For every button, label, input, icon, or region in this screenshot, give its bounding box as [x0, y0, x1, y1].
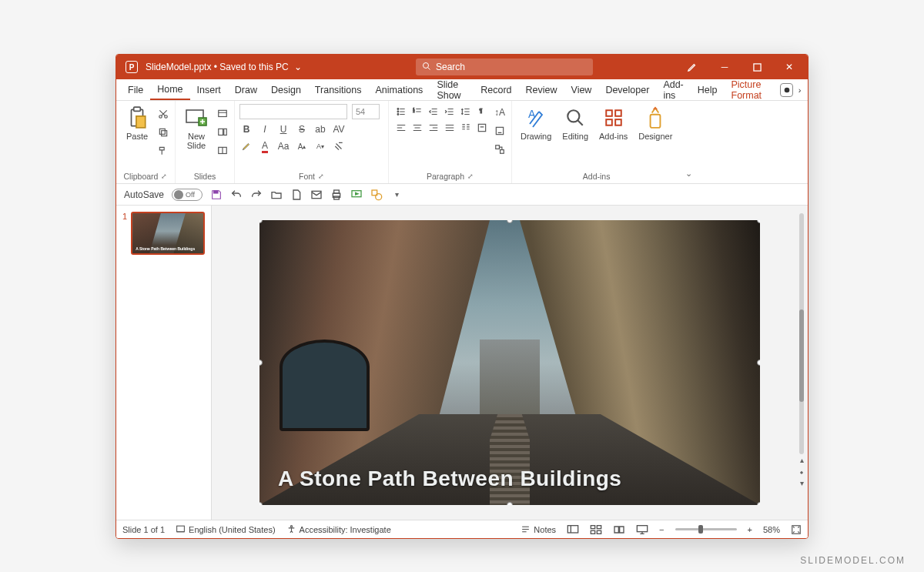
notes-button[interactable]: Notes [521, 524, 556, 534]
dialog-launcher-icon[interactable]: ⤢ [161, 172, 167, 180]
zoom-slider[interactable] [675, 528, 737, 530]
reset-icon[interactable] [216, 125, 229, 139]
accessibility-button[interactable]: Accessibility: Investigate [286, 524, 391, 534]
redo-icon[interactable] [250, 189, 263, 201]
tab-animations[interactable]: Animations [369, 79, 430, 100]
grow-font-icon[interactable]: A▴ [295, 139, 309, 153]
line-spacing-icon[interactable] [458, 104, 474, 119]
tab-transitions[interactable]: Transitions [308, 79, 369, 100]
undo-icon[interactable] [230, 189, 243, 201]
font-family-selector[interactable] [239, 104, 347, 119]
search-box[interactable]: Search [416, 59, 593, 75]
format-painter-icon[interactable] [156, 144, 170, 158]
close-button[interactable]: ✕ [774, 55, 805, 79]
qat-customize-icon[interactable]: ▾ [390, 189, 403, 201]
camera-toggle-icon[interactable] [780, 83, 793, 97]
smartart-icon[interactable] [493, 142, 507, 156]
cut-icon[interactable] [156, 107, 170, 121]
tab-slideshow[interactable]: Slide Show [430, 79, 474, 100]
fit-to-window-icon[interactable] [791, 524, 802, 535]
italic-button[interactable]: I [258, 122, 272, 136]
slide-sorter-icon[interactable] [590, 524, 602, 535]
tab-home[interactable]: Home [150, 79, 189, 100]
bold-button[interactable]: B [239, 122, 253, 136]
addins-button[interactable]: Add-ins [595, 104, 631, 143]
email-icon[interactable] [310, 189, 323, 201]
tab-record[interactable]: Record [474, 79, 518, 100]
autosave-toggle[interactable]: Off [172, 189, 203, 201]
new-slide-button[interactable]: New Slide [180, 104, 213, 152]
bullets-icon[interactable] [393, 104, 409, 119]
ribbon-overflow-button[interactable]: › [796, 79, 803, 100]
align-vertical-icon[interactable] [493, 124, 507, 138]
text-direction-icon[interactable]: ¶ [474, 104, 490, 119]
zoom-out-button[interactable]: − [659, 525, 664, 534]
align-text-icon[interactable] [474, 120, 490, 135]
open-icon[interactable] [270, 189, 283, 201]
font-size-selector[interactable]: 54 [352, 104, 380, 119]
shrink-font-icon[interactable]: A▾ [313, 139, 327, 153]
highlight-icon[interactable] [239, 139, 253, 153]
next-slide-icon[interactable]: ▾ [798, 477, 805, 489]
maximize-button[interactable] [742, 55, 772, 79]
character-spacing-icon[interactable]: AV [332, 122, 346, 136]
tab-design[interactable]: Design [264, 79, 308, 100]
pen-icon[interactable] [677, 55, 708, 79]
new-file-icon[interactable] [290, 189, 303, 201]
tab-file[interactable]: File [121, 79, 150, 100]
tab-addins[interactable]: Add-ins [656, 79, 690, 100]
reading-view-icon[interactable] [613, 524, 625, 535]
dialog-launcher-icon[interactable]: ⤢ [467, 172, 474, 180]
layout-icon[interactable] [216, 107, 229, 121]
change-case-icon[interactable]: Aa [276, 139, 290, 153]
decrease-indent-icon[interactable] [426, 104, 441, 119]
collapse-ribbon-icon[interactable]: ⌄ [681, 101, 697, 183]
text-direction-vertical-icon[interactable]: ↕A [493, 105, 507, 119]
columns-icon[interactable] [458, 120, 474, 135]
zoom-level[interactable]: 58% [763, 525, 780, 534]
present-icon[interactable] [350, 189, 363, 201]
slide-counter[interactable]: Slide 1 of 1 [122, 525, 165, 534]
vertical-scrollbar[interactable]: ▴ ⬥ ▾ [797, 213, 806, 489]
dialog-launcher-icon[interactable]: ⤢ [318, 172, 324, 180]
scrollbar-thumb[interactable] [799, 309, 804, 402]
font-color-icon[interactable]: A [258, 139, 272, 153]
resize-handle-rc[interactable] [757, 360, 760, 366]
section-icon[interactable] [216, 144, 229, 158]
thumbnail-preview[interactable]: A Stone Path Between Buildings [131, 212, 205, 255]
increase-indent-icon[interactable] [442, 104, 457, 119]
scroll-up-icon[interactable]: ▴ [798, 454, 805, 466]
zoom-in-button[interactable]: + [748, 525, 752, 534]
chevron-down-icon[interactable]: ⌄ [294, 62, 302, 72]
clear-format-icon[interactable] [332, 139, 346, 153]
shapes-icon[interactable] [370, 189, 383, 201]
print-icon[interactable] [330, 189, 343, 201]
designer-button[interactable]: Designer [634, 104, 676, 143]
tab-review[interactable]: Review [519, 79, 564, 100]
selected-picture[interactable]: A Stone Path Between Buildings [259, 220, 760, 505]
drawing-button[interactable]: A Drawing [517, 104, 555, 143]
tab-help[interactable]: Help [691, 79, 725, 100]
strike-button[interactable]: S [295, 122, 309, 136]
align-right-icon[interactable] [426, 120, 441, 135]
tab-developer[interactable]: Developer [598, 79, 656, 100]
copy-icon[interactable] [156, 125, 170, 139]
tab-draw[interactable]: Draw [228, 79, 264, 100]
resize-handle-bc[interactable] [507, 502, 513, 505]
save-icon[interactable] [210, 189, 223, 201]
shadow-button[interactable]: ab [313, 122, 327, 136]
numbering-icon[interactable]: 12 [410, 104, 425, 119]
slide-canvas[interactable]: A Stone Path Between Buildings ▴ ⬥ ▾ [212, 206, 808, 520]
tab-picture-format[interactable]: Picture Format [725, 79, 778, 100]
align-center-icon[interactable] [410, 120, 425, 135]
tab-insert[interactable]: Insert [190, 79, 228, 100]
minimize-button[interactable]: ─ [709, 55, 740, 79]
editing-button[interactable]: Editing [558, 104, 592, 143]
paste-button[interactable]: Paste [121, 104, 153, 143]
language-button[interactable]: English (United States) [176, 524, 276, 534]
prev-slide-icon[interactable]: ⬥ [798, 466, 805, 477]
slideshow-view-icon[interactable] [636, 524, 648, 535]
justify-icon[interactable] [442, 120, 457, 135]
normal-view-icon[interactable] [567, 524, 579, 535]
resize-handle-br[interactable] [757, 502, 760, 505]
